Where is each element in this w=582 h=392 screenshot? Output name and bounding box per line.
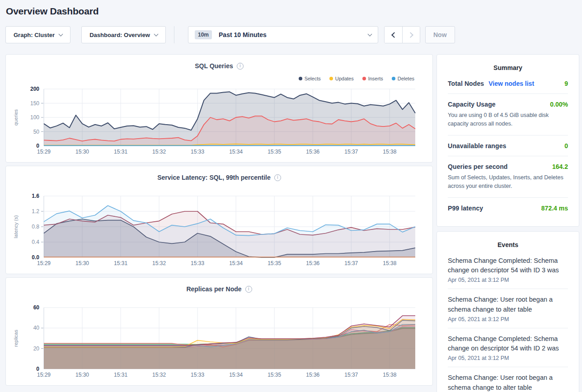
- svg-text:15:32: 15:32: [152, 372, 166, 378]
- event-text: Schema Change: User root began a schema …: [448, 373, 568, 392]
- info-icon[interactable]: i: [274, 174, 281, 181]
- svg-text:50: 50: [33, 129, 40, 135]
- events-panel: Events Schema Change Completed: Schema c…: [436, 231, 579, 392]
- chart-card-service-latency: Service Latency: SQL, 99th percentile i …: [5, 166, 433, 274]
- charts-column: SQL Queries i Selects Updates Inserts De…: [5, 54, 433, 389]
- summary-panel: Summary Total Nodes View nodes list 9 Ca…: [436, 54, 579, 227]
- svg-text:40: 40: [33, 325, 40, 331]
- prev-range-button[interactable]: [385, 27, 402, 43]
- legend-dot: [329, 77, 333, 80]
- legend-dot: [299, 77, 302, 80]
- summary-row-total-nodes: Total Nodes View nodes list 9: [448, 73, 568, 93]
- chart-title: Service Latency: SQL, 99th percentile: [157, 174, 271, 181]
- svg-text:15:32: 15:32: [152, 260, 166, 266]
- legend-label: Inserts: [368, 76, 383, 81]
- summary-value: 872.4 ms: [541, 205, 568, 212]
- svg-text:15:31: 15:31: [114, 260, 127, 266]
- sidebar: Summary Total Nodes View nodes list 9 Ca…: [436, 54, 579, 392]
- dashboard-dropdown[interactable]: Dashboard: Overview: [81, 26, 166, 43]
- event-item[interactable]: Schema Change: User root began a schema …: [448, 367, 568, 392]
- graph-dropdown[interactable]: Graph: Cluster: [5, 26, 70, 43]
- svg-text:15:38: 15:38: [383, 149, 396, 155]
- now-button[interactable]: Now: [425, 26, 455, 43]
- event-timestamp: Apr 05, 2021 at 3:12 PM: [448, 277, 568, 283]
- svg-text:queries: queries: [13, 109, 19, 126]
- svg-text:latency (s): latency (s): [13, 215, 19, 238]
- time-range-label: Past 10 Minutes: [219, 31, 267, 38]
- event-item[interactable]: Schema Change: User root began a schema …: [448, 289, 568, 328]
- chevron-right-icon: [408, 32, 413, 38]
- legend-label: Selects: [305, 76, 321, 81]
- service-latency-chart[interactable]: 0.00.40.81.21.615:2915:3015:3115:3215:33…: [6, 191, 432, 273]
- summary-title: Summary: [448, 64, 568, 71]
- summary-row-p99-latency: P99 latency 872.4 ms: [448, 197, 568, 218]
- svg-text:15:29: 15:29: [37, 372, 51, 378]
- svg-text:15:33: 15:33: [191, 149, 204, 155]
- page-title: Overview Dashboard: [6, 6, 582, 17]
- time-range-picker[interactable]: 10m Past 10 Minutes: [188, 26, 378, 43]
- svg-text:15:32: 15:32: [152, 149, 166, 155]
- svg-text:15:34: 15:34: [229, 372, 243, 378]
- svg-text:15:30: 15:30: [75, 260, 89, 266]
- chevron-down-icon: [368, 32, 372, 36]
- info-icon[interactable]: i: [237, 63, 244, 70]
- summary-value: 9: [564, 80, 568, 87]
- time-pager: [384, 26, 420, 43]
- events-title: Events: [448, 241, 568, 248]
- svg-text:15:31: 15:31: [114, 149, 127, 155]
- event-text: Schema Change: User root began a schema …: [448, 295, 568, 315]
- info-icon[interactable]: i: [245, 286, 252, 293]
- svg-text:1.6: 1.6: [32, 193, 39, 199]
- svg-text:15:36: 15:36: [306, 260, 319, 266]
- chart-title-row: SQL Queries i: [6, 55, 432, 70]
- svg-text:15:35: 15:35: [268, 149, 281, 155]
- summary-value: 0.00%: [550, 101, 568, 108]
- svg-text:15:29: 15:29: [37, 260, 51, 266]
- legend-item-updates: Updates: [329, 76, 354, 81]
- summary-row-queries-per-second: Queries per second 164.2 Sum of Selects,…: [448, 156, 568, 197]
- svg-text:15:35: 15:35: [268, 372, 281, 378]
- time-range-badge: 10m: [195, 30, 212, 39]
- chart-card-sql-queries: SQL Queries i Selects Updates Inserts De…: [5, 54, 433, 163]
- sql-queries-chart[interactable]: 05010015020015:2915:3015:3115:3215:3315:…: [6, 84, 432, 161]
- summary-label: Capacity Usage: [448, 101, 496, 108]
- chart-card-replicas-per-node: Replicas per Node i 020406015:2915:3015:…: [5, 277, 433, 386]
- chevron-down-icon: [154, 32, 158, 36]
- svg-text:replicas: replicas: [13, 330, 19, 347]
- controls-bar: Graph: Cluster Dashboard: Overview 10m P…: [5, 26, 582, 43]
- event-timestamp: Apr 05, 2021 at 3:12 PM: [448, 316, 568, 322]
- chevron-down-icon: [59, 32, 63, 36]
- svg-text:60: 60: [33, 304, 40, 311]
- replicas-per-node-chart[interactable]: 020406015:2915:3015:3115:3215:3315:3415:…: [6, 303, 432, 384]
- summary-value: 164.2: [552, 163, 568, 170]
- summary-row-unavailable-ranges: Unavailable ranges 0: [448, 135, 568, 156]
- vertical-divider: [174, 26, 174, 43]
- svg-text:0: 0: [36, 366, 39, 372]
- summary-label: Unavailable ranges: [448, 142, 506, 149]
- legend-item-selects: Selects: [299, 76, 321, 81]
- legend-label: Deletes: [398, 76, 414, 81]
- view-nodes-list-link[interactable]: View nodes list: [488, 80, 534, 87]
- summary-label: Queries per second: [448, 163, 508, 170]
- svg-text:15:30: 15:30: [75, 149, 89, 155]
- chart-title: Replicas per Node: [186, 285, 241, 293]
- summary-value: 0: [564, 142, 568, 149]
- svg-text:15:37: 15:37: [344, 149, 358, 155]
- next-range-button[interactable]: [402, 27, 420, 43]
- event-item[interactable]: Schema Change Completed: Schema change o…: [448, 328, 568, 367]
- legend-label: Updates: [335, 76, 354, 81]
- graph-dropdown-label: Graph: Cluster: [14, 32, 55, 38]
- summary-label: P99 latency: [448, 205, 483, 212]
- summary-description: Sum of Selects, Updates, Inserts, and De…: [448, 173, 568, 191]
- legend-item-deletes: Deletes: [392, 76, 414, 81]
- summary-row-capacity-usage: Capacity Usage 0.00% You are using 0 B o…: [448, 93, 568, 135]
- svg-text:0.4: 0.4: [32, 239, 39, 245]
- svg-text:0.0: 0.0: [32, 254, 39, 261]
- event-item[interactable]: Schema Change Completed: Schema change o…: [448, 250, 568, 289]
- svg-text:15:33: 15:33: [191, 372, 204, 378]
- chart-title-row: Service Latency: SQL, 99th percentile i: [6, 166, 432, 181]
- svg-text:15:38: 15:38: [383, 260, 396, 266]
- dashboard-dropdown-label: Dashboard: Overview: [89, 32, 150, 38]
- svg-text:15:35: 15:35: [268, 260, 281, 266]
- svg-text:15:30: 15:30: [75, 372, 89, 378]
